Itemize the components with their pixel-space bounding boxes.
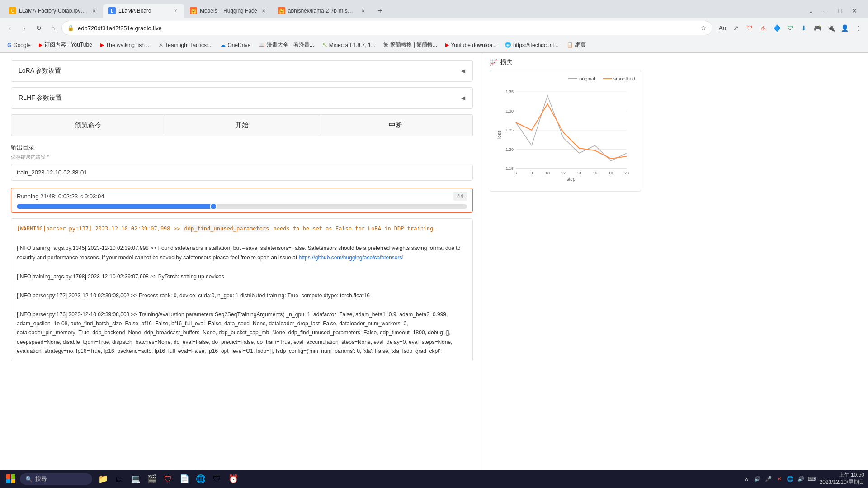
bookmark-webpage[interactable]: 📋 網頁: [563, 40, 590, 50]
tray-network-icon[interactable]: 🌐: [786, 475, 794, 483]
tray-x-icon[interactable]: ✕: [775, 475, 783, 483]
tab-favicon-hf: 🤗: [190, 7, 197, 14]
address-bar-row: ‹ › ↻ ⌂ 🔒 edb720df31a47f251e.gradio.live…: [0, 18, 868, 38]
svg-text:6: 6: [514, 171, 517, 175]
clock-time: 上午 10:50: [820, 472, 864, 479]
taskbar-clock-app[interactable]: ⏰: [226, 472, 241, 486]
forward-button[interactable]: ›: [18, 22, 31, 34]
tab-favicon-llama: L: [108, 7, 116, 14]
address-bar[interactable]: 🔒 edb720df31a47f251e.gradio.live ☆: [61, 21, 712, 35]
tab-close-hf[interactable]: ✕: [260, 7, 267, 14]
stop-button[interactable]: 中断: [319, 114, 473, 136]
bookmark-itech[interactable]: 🌐 https://itechdct.nt...: [501, 41, 562, 49]
reload-button[interactable]: ↻: [33, 22, 45, 34]
lora-collapse-arrow: ◀: [461, 68, 465, 74]
profile-icon[interactable]: 👤: [838, 22, 851, 34]
star-icon[interactable]: ☆: [701, 24, 707, 32]
output-dir-sublabel: 保存结果的路径 *: [11, 154, 473, 160]
svg-text:18: 18: [609, 171, 613, 175]
loss-chart-svg: loss 1.35 1.30 1.: [495, 85, 631, 184]
log-info-4: [INFO|parser.py:176] 2023-12-10 02:39:08…: [17, 310, 467, 356]
bookmark-label-youtube-sub: 订阅内容 - YouTube: [44, 41, 92, 49]
tray-volume-icon[interactable]: 🔊: [754, 475, 762, 483]
minimize-button[interactable]: ─: [819, 5, 832, 17]
taskbar-antivirus[interactable]: 🛡: [210, 472, 224, 486]
taskbar-docs[interactable]: 📄: [177, 472, 192, 486]
tab-favicon-abhishek: 🤗: [278, 7, 285, 14]
log-warning-1: [WARNING|parser.py:137] 2023-12-10 02:39…: [17, 224, 467, 234]
bookmark-onedrive[interactable]: ☁ OneDrive: [217, 41, 254, 49]
tab-label-colab: LLaMA-Factory-Colab.ipynb - Colab: [19, 8, 88, 14]
extension4-icon[interactable]: 🛡: [784, 22, 797, 34]
back-button[interactable]: ‹: [4, 22, 16, 34]
bookmark-manga[interactable]: 📖 漫畫大全 - 看漫畫...: [255, 40, 318, 50]
bookmark-label-fish: The walking fish ...: [106, 42, 151, 48]
extension6-icon[interactable]: 🔌: [825, 22, 837, 34]
legend-line-original: [568, 78, 577, 79]
bookmark-convert[interactable]: 繁 繁簡轉換 | 繁簡轉...: [380, 40, 441, 50]
lora-section-header[interactable]: LoRA 参数设置 ◀: [11, 61, 472, 81]
search-icon: 🔍: [25, 476, 33, 483]
tab-close-abhishek[interactable]: ✕: [359, 7, 367, 14]
action-buttons: 预览命令 开始 中断: [11, 114, 473, 136]
tab-llama-board[interactable]: L LLaMA Board ✕: [103, 4, 184, 18]
safetensors-link[interactable]: https://github.com/huggingface/safetenso…: [299, 254, 402, 261]
tray-up-arrow[interactable]: ∧: [743, 475, 751, 483]
svg-text:1.35: 1.35: [505, 89, 514, 94]
close-window-button[interactable]: ✕: [848, 5, 861, 17]
taskbar-folder[interactable]: 🗂: [112, 472, 127, 486]
progress-container: Running 21/48: 0:02:23 < 0:03:04 44: [11, 188, 473, 213]
taskbar-search[interactable]: 🔍 搜尋: [20, 473, 92, 485]
taskbar-file-explorer[interactable]: 📁: [96, 472, 110, 486]
bookmark-minecraft[interactable]: ⛏ Minecraft 1.8.7, 1...: [319, 41, 379, 49]
tab-close-llama[interactable]: ✕: [172, 7, 179, 14]
taskbar-pc[interactable]: 💻: [128, 472, 143, 486]
tab-huggingface[interactable]: 🤗 Models – Hugging Face ✕: [184, 4, 273, 18]
legend-smoothed-label: smoothed: [613, 76, 635, 81]
tray-input-icon[interactable]: ⌨: [808, 475, 816, 483]
bookmark-favicon-itech: 🌐: [505, 42, 511, 48]
extension5-icon[interactable]: 🎮: [811, 22, 824, 34]
bookmark-ytdl[interactable]: ▶ Youtube downloa...: [442, 41, 500, 49]
chart-svg-container: loss 1.35 1.30 1.: [495, 85, 635, 186]
bookmark-walking-fish[interactable]: ▶ The walking fish ...: [97, 41, 154, 49]
taskbar: 🔍 搜尋 📁 🗂 💻 🎬 🛡 📄 🌐 🛡 ⏰ ∧ 🔊 🎤 ✕ 🌐 🔊 ⌨ 上午 …: [0, 470, 868, 488]
start-menu-button[interactable]: [4, 472, 18, 486]
rlhf-section-header[interactable]: RLHF 参数设置 ◀: [11, 88, 472, 108]
share-icon[interactable]: ↗: [730, 22, 742, 34]
bookmark-favicon-convert: 繁: [383, 42, 388, 48]
progress-track: [17, 204, 467, 209]
extension1-icon[interactable]: 🛡: [743, 22, 756, 34]
output-dir-input[interactable]: [11, 164, 473, 181]
bookmark-google[interactable]: G Google: [4, 41, 34, 49]
legend-original-label: original: [579, 76, 595, 81]
bookmark-label-webpage: 網頁: [575, 41, 586, 49]
svg-text:20: 20: [624, 171, 629, 175]
start-button[interactable]: 开始: [165, 114, 319, 136]
extension2-icon[interactable]: ⚠: [757, 22, 769, 34]
chart-legend: original smoothed: [495, 76, 635, 81]
taskbar-video[interactable]: 🎬: [145, 472, 159, 486]
home-button[interactable]: ⌂: [47, 22, 60, 34]
bookmark-youtube-sub[interactable]: ▶ 订阅内容 - YouTube: [35, 40, 96, 50]
translate-icon[interactable]: Aa: [716, 22, 729, 34]
tab-colab[interactable]: C LLaMA-Factory-Colab.ipynb - Colab ✕: [4, 4, 103, 18]
extension3-icon[interactable]: 🔷: [770, 22, 783, 34]
bookmark-favicon-google: G: [7, 42, 11, 48]
tab-list-button[interactable]: ⌄: [805, 5, 817, 17]
tray-mic-icon[interactable]: 🎤: [764, 475, 773, 483]
new-tab-button[interactable]: +: [374, 5, 387, 17]
menu-icon[interactable]: ⋮: [852, 22, 864, 34]
left-panel: LoRA 参数设置 ◀ RLHF 参数设置 ◀ 预览命令 开始 中断 输出目录: [0, 53, 484, 470]
taskbar-browser[interactable]: 🌐: [193, 472, 208, 486]
taskbar-shield[interactable]: 🛡: [161, 472, 175, 486]
download-icon[interactable]: ⬇: [797, 22, 810, 34]
maximize-button[interactable]: □: [834, 5, 846, 17]
bookmark-teamfight[interactable]: ⚔ Teamfight Tactics:...: [155, 41, 216, 49]
tab-close-colab[interactable]: ✕: [90, 7, 98, 14]
tray-speaker-icon[interactable]: 🔊: [797, 475, 805, 483]
preview-command-button[interactable]: 预览命令: [11, 114, 165, 136]
output-dir-label: 输出目录: [11, 144, 473, 152]
tab-abhishek[interactable]: 🤗 abhishek/llama-2-7b-hf-small-shar... ✕: [273, 4, 372, 18]
taskbar-clock[interactable]: 上午 10:50 2023/12/10/星期日: [820, 472, 864, 486]
